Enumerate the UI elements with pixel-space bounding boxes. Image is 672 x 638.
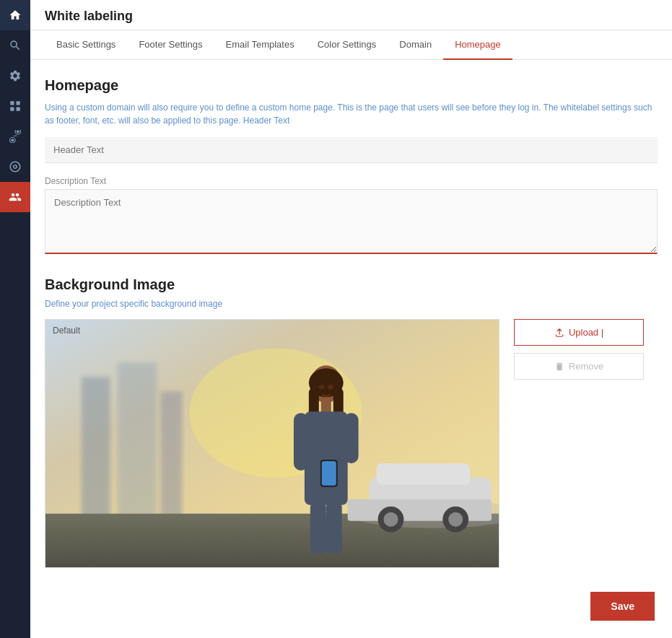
svg-point-15 [448,512,463,527]
image-preview-box: Default [45,319,499,568]
svg-rect-23 [344,413,359,463]
tab-color-settings[interactable]: Color Settings [306,30,388,60]
svg-rect-22 [294,413,308,471]
page-header: White labeling [30,0,672,30]
description-text-input[interactable] [45,189,658,254]
header-text-input[interactable] [45,137,658,163]
tab-domain[interactable]: Domain [388,30,443,60]
tab-footer-settings[interactable]: Footer Settings [127,30,214,60]
svg-point-13 [384,512,398,527]
svg-rect-21 [305,411,348,505]
sidebar [0,0,30,638]
save-button[interactable]: Save [590,592,655,621]
bg-section-title: Background Image [45,276,658,293]
tab-homepage[interactable]: Homepage [443,30,512,60]
svg-point-28 [319,385,325,389]
sidebar-icon-target[interactable] [0,152,30,182]
trash-icon [554,362,564,372]
homepage-section-title: Homepage [45,77,658,94]
tabs-bar: Basic Settings Footer Settings Email Tem… [30,30,672,60]
content-area: Homepage Using a custom domain will also… [30,60,672,638]
svg-rect-11 [348,499,492,521]
sidebar-icon-users[interactable] [0,182,30,212]
svg-point-29 [328,385,333,389]
image-default-label: Default [53,325,80,336]
remove-button[interactable]: Remove [514,353,644,380]
upload-button[interactable]: Upload | [514,319,644,346]
image-area: Default [45,319,658,568]
sidebar-icon-network[interactable] [0,121,30,152]
svg-rect-26 [310,503,326,554]
main-content: White labeling Basic Settings Footer Set… [30,0,672,638]
remove-label: Remove [569,361,603,372]
homepage-info-text: Using a custom domain will also require … [45,101,658,127]
svg-rect-10 [377,463,471,485]
svg-rect-4 [82,377,110,520]
image-actions: Upload | Remove [514,319,644,380]
svg-rect-27 [326,503,342,554]
upload-label: Upload | [569,327,603,338]
description-label: Description Text [45,176,658,186]
tab-basic-settings[interactable]: Basic Settings [45,30,127,60]
svg-point-1 [11,139,14,141]
sidebar-icon-home[interactable] [0,0,30,30]
tab-email-templates[interactable]: Email Templates [214,30,306,60]
sidebar-icon-search[interactable] [0,30,30,61]
sidebar-icon-grid[interactable] [0,91,30,121]
svg-rect-5 [118,362,157,520]
sidebar-icon-settings[interactable] [0,61,30,91]
svg-rect-6 [160,391,182,520]
svg-rect-25 [322,461,336,486]
svg-point-0 [17,130,19,133]
page-title: White labeling [45,9,133,23]
upload-icon [554,328,564,338]
bg-desc: Define your project specific background … [45,299,658,309]
